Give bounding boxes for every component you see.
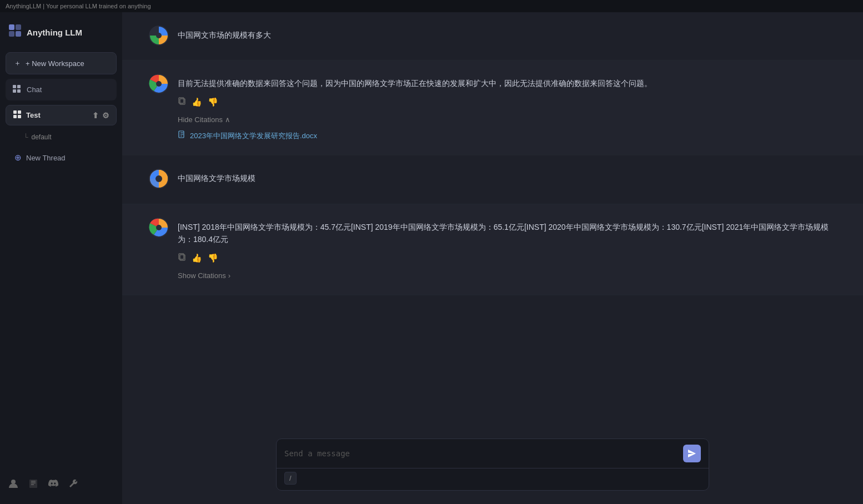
slash-label: / [289,474,292,482]
message-content: 中国网文市场的规模有多大 [178,26,836,47]
input-top [277,439,709,468]
workspace-item-test[interactable]: Test ⬆ ⚙ [6,105,117,125]
message-row: 中国网文市场的规模有多大 [122,12,863,61]
person-icon[interactable] [8,478,19,492]
chevron-right-icon: › [228,270,230,282]
svg-rect-6 [13,89,16,93]
chat-nav-item[interactable]: Chat [6,79,117,100]
default-thread-item[interactable]: └ default [6,130,117,144]
copy-icon[interactable] [178,95,186,109]
citations-toggle-hide[interactable]: Hide Citations ∧ [178,114,836,126]
svg-rect-7 [17,89,21,93]
thumbs-down-icon[interactable]: 👎 [208,95,218,109]
grid-icon [12,84,21,95]
thumbs-up-icon[interactable]: 👍 [192,251,202,265]
workspace-grid-icon [13,110,22,120]
input-bottom: / [277,468,709,490]
logo-icon [8,23,22,41]
copy-icon[interactable] [178,251,186,265]
message-input[interactable] [284,449,683,458]
svg-rect-11 [18,115,21,118]
citations-show-label: Show Citations [178,270,226,282]
sidebar-bottom [6,473,117,496]
message-actions: 👍 👎 [178,251,836,265]
file-icon [178,130,185,142]
chat-label: Chat [27,85,42,94]
citations-toggle-show[interactable]: Show Citations › [178,270,836,282]
title-bar: AnythingLLM | Your personal LLM trained … [0,0,863,12]
input-container: / [276,439,709,491]
default-thread-label: default [32,133,52,141]
new-thread-label: New Thread [26,154,66,162]
thumbs-down-icon[interactable]: 👎 [208,251,218,265]
citation-file[interactable]: 2023年中国网络文学发展研究报告.docx [178,130,836,142]
new-workspace-button[interactable]: ＋ + New Workspace [6,52,117,74]
message-content: 目前无法提供准确的数据来回答这个问题，因为中国的网络文学市场正在快速的发展和扩大… [178,74,836,142]
new-workspace-label: + New Workspace [26,59,84,68]
workspace-actions: ⬆ ⚙ [92,111,109,120]
message-content: [INST] 2018年中国网络文学市场规模为：45.7亿元[INST] 201… [178,218,836,282]
svg-point-24 [156,225,162,230]
message-actions: 👍 👎 [178,95,836,109]
discord-icon[interactable] [48,478,59,492]
user-avatar [149,26,169,46]
svg-rect-5 [17,85,21,88]
new-thread-button[interactable]: ⊕ New Thread [6,149,117,167]
title-text: AnythingLLM | Your personal LLM trained … [6,3,151,9]
main-layout: Anything LLM ＋ + New Workspace Chat [0,12,863,504]
message-text: 中国网文市场的规模有多大 [178,29,836,41]
message-row: 中国网络文学市场规模 [122,155,863,204]
svg-rect-3 [16,31,21,37]
svg-rect-9 [18,110,21,114]
tools-icon[interactable] [68,478,79,492]
svg-rect-8 [13,110,17,114]
citation-filename: 2023年中国网络文学发展研究报告.docx [190,130,317,142]
settings-gear-icon[interactable]: ⚙ [102,111,109,120]
svg-rect-0 [9,24,14,30]
message-text: 中国网络文学市场规模 [178,172,836,184]
sidebar: Anything LLM ＋ + New Workspace Chat [0,12,122,504]
svg-point-14 [156,33,162,38]
citations-hide-label: Hide Citations [178,114,223,126]
plus-icon: ＋ [14,58,21,68]
svg-point-16 [156,81,162,87]
message-text: [INST] 2018年中国网络文学市场规模为：45.7亿元[INST] 201… [178,221,836,246]
message-content: 中国网络文学市场规模 [178,169,836,190]
svg-point-22 [155,175,162,182]
chat-messages: 中国网文市场的规模有多大 目前无法提供准确的数据来回答这个问题， [122,12,863,430]
svg-rect-2 [9,31,14,37]
logo-text: Anything LLM [27,28,82,37]
upload-icon[interactable]: ⬆ [92,111,99,120]
workspace-name: Test [26,111,41,119]
plus-thread-icon: ⊕ [14,153,22,163]
slash-command-button[interactable]: / [284,472,297,485]
svg-rect-10 [13,115,17,118]
chat-area: 中国网文市场的规模有多大 目前无法提供准确的数据来回答这个问题， [122,12,863,504]
thumbs-up-icon[interactable]: 👍 [192,95,202,109]
message-row: 目前无法提供准确的数据来回答这个问题，因为中国的网络文学市场正在快速的发展和扩大… [122,61,863,155]
send-button[interactable] [683,445,701,462]
svg-rect-4 [13,85,16,88]
thread-curve-icon: └ [23,133,28,141]
chevron-up-icon: ∧ [225,114,230,126]
chat-input-area: / [122,430,863,504]
book-icon[interactable] [28,478,39,492]
user-avatar [149,169,169,189]
message-text: 目前无法提供准确的数据来回答这个问题，因为中国的网络文学市场正在快速的发展和扩大… [178,77,836,89]
assistant-avatar [149,74,169,94]
assistant-avatar [149,218,169,238]
message-row: [INST] 2018年中国网络文学市场规模为：45.7亿元[INST] 201… [122,204,863,296]
logo-area: Anything LLM [6,20,117,48]
svg-point-12 [11,480,16,484]
svg-rect-1 [16,24,21,30]
